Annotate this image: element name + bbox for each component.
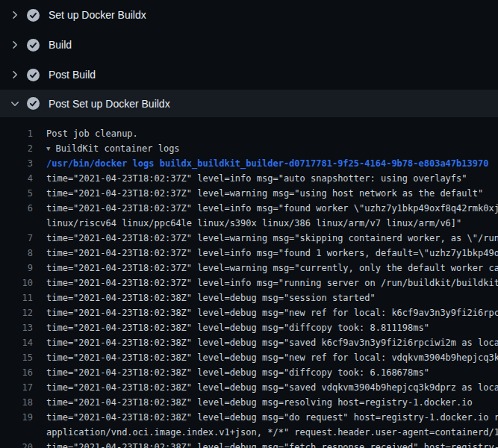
actions-log-viewer: Set up Docker Buildx Build Post Build [0,0,498,448]
steps-list: Set up Docker Buildx Build Post Build [0,0,498,117]
check-circle-icon [27,69,40,81]
log-row: 2▼BuildKit container logs [0,141,498,156]
step-row-post-build[interactable]: Post Build [0,60,498,90]
line-number-empty [0,425,33,440]
log-text: time="2021-04-23T18:02:38Z" level=debug … [46,440,498,448]
log-row: 1Post job cleanup. [0,126,498,141]
log-row: 18time="2021-04-23T18:02:38Z" level=debu… [0,395,498,410]
log-row: 7time="2021-04-23T18:02:37Z" level=warni… [0,231,498,246]
group-label: BuildKit container logs [55,143,179,154]
step-label: Set up Docker Buildx [49,9,146,21]
line-number-link[interactable]: 16 [0,365,33,380]
log-row: 16time="2021-04-23T18:02:38Z" level=debu… [0,365,498,380]
log-row: 14time="2021-04-23T18:02:38Z" level=debu… [0,335,498,350]
log-row: 10time="2021-04-23T18:02:37Z" level=info… [0,276,498,290]
log-row: application/vnd.oci.image.index.v1+json,… [0,425,498,440]
line-number-link[interactable]: 4 [0,171,33,186]
line-number-link[interactable]: 6 [0,201,33,216]
log-text: application/vnd.oci.image.index.v1+json,… [46,425,498,440]
log-text: time="2021-04-23T18:02:37Z" level=info m… [46,276,498,290]
log-group-toggle[interactable]: ▼BuildKit container logs [46,141,180,156]
step-label: Post Build [49,69,96,81]
step-row-build[interactable]: Build [0,30,498,60]
step-label: Build [49,39,72,51]
log-text: time="2021-04-23T18:02:38Z" level=debug … [46,380,498,395]
step-label: Post Set up Docker Buildx [49,98,170,110]
log-row: 13time="2021-04-23T18:02:38Z" level=debu… [0,320,498,335]
line-number-link[interactable]: 9 [0,261,33,276]
line-number-link[interactable]: 19 [0,410,33,425]
line-number-link[interactable]: 7 [0,231,33,246]
line-number-link[interactable]: 2 [0,141,33,156]
line-number-link[interactable]: 17 [0,380,33,395]
check-circle-icon [27,97,40,110]
log-text: time="2021-04-23T18:02:38Z" level=debug … [46,410,498,425]
step-row-post-set-up-docker-buildx[interactable]: Post Set up Docker Buildx [0,90,498,117]
line-number-link[interactable]: 1 [0,126,33,141]
log-row: 11time="2021-04-23T18:02:38Z" level=debu… [0,290,498,305]
log-text: time="2021-04-23T18:02:37Z" level=info m… [46,201,498,216]
log-text: time="2021-04-23T18:02:38Z" level=debug … [46,350,498,365]
line-number-link[interactable]: 20 [0,440,33,448]
log-text: time="2021-04-23T18:02:37Z" level=warnin… [46,186,483,201]
command-text: /usr/bin/docker logs buildx_buildkit_bui… [46,156,488,171]
log-row: 20time="2021-04-23T18:02:38Z" level=debu… [0,440,498,448]
log-row: linux/riscv64 linux/ppc64le linux/s390x … [0,216,498,231]
log-text: time="2021-04-23T18:02:37Z" level=warnin… [46,261,498,276]
line-number-empty [0,216,33,231]
log-text: time="2021-04-23T18:02:38Z" level=debug … [46,305,498,320]
log-row: 9time="2021-04-23T18:02:37Z" level=warni… [0,261,498,276]
log-row: 15time="2021-04-23T18:02:38Z" level=debu… [0,350,498,365]
log-text: time="2021-04-23T18:02:37Z" level=warnin… [46,231,498,246]
line-number-link[interactable]: 11 [0,290,33,305]
log-text: time="2021-04-23T18:02:38Z" level=debug … [46,290,376,305]
log-row: 5time="2021-04-23T18:02:37Z" level=warni… [0,186,498,201]
log-text: time="2021-04-23T18:02:38Z" level=debug … [46,320,429,335]
log-row: 12time="2021-04-23T18:02:38Z" level=debu… [0,305,498,320]
line-number-link[interactable]: 15 [0,350,33,365]
log-text: time="2021-04-23T18:02:38Z" level=debug … [46,335,498,350]
check-circle-icon [27,9,40,22]
check-circle-icon [27,39,40,52]
log-row: 4time="2021-04-23T18:02:37Z" level=info … [0,171,498,186]
log-text: linux/riscv64 linux/ppc64le linux/s390x … [46,216,461,231]
log-row: 6time="2021-04-23T18:02:37Z" level=info … [0,201,498,216]
log-rows: 1Post job cleanup.2▼BuildKit container l… [0,117,498,448]
log-text: time="2021-04-23T18:02:38Z" level=debug … [46,395,473,410]
line-number-link[interactable]: 14 [0,335,33,350]
chevron-right-icon [9,69,21,81]
line-number-link[interactable]: 10 [0,276,33,290]
step-row-set-up-docker-buildx[interactable]: Set up Docker Buildx [0,0,498,30]
line-number-link[interactable]: 13 [0,320,33,335]
log-text: Post job cleanup. [46,126,138,141]
log-row: 19time="2021-04-23T18:02:38Z" level=debu… [0,410,498,425]
line-number-link[interactable]: 5 [0,186,33,201]
log-row: 8time="2021-04-23T18:02:37Z" level=info … [0,246,498,261]
line-number-link[interactable]: 8 [0,246,33,261]
chevron-right-icon [9,39,21,51]
line-number-link[interactable]: 18 [0,395,33,410]
log-text: time="2021-04-23T18:02:38Z" level=debug … [46,365,429,380]
log-row: 17time="2021-04-23T18:02:38Z" level=debu… [0,380,498,395]
line-number-link[interactable]: 3 [0,156,33,171]
log-text: time="2021-04-23T18:02:37Z" level=info m… [46,246,498,261]
chevron-down-icon [9,98,21,110]
chevron-right-icon [9,9,21,21]
triangle-down-icon: ▼ [46,141,50,156]
line-number-link[interactable]: 12 [0,305,33,320]
log-text: time="2021-04-23T18:02:37Z" level=info m… [46,171,467,186]
log-row: 3/usr/bin/docker logs buildx_buildkit_bu… [0,156,498,171]
